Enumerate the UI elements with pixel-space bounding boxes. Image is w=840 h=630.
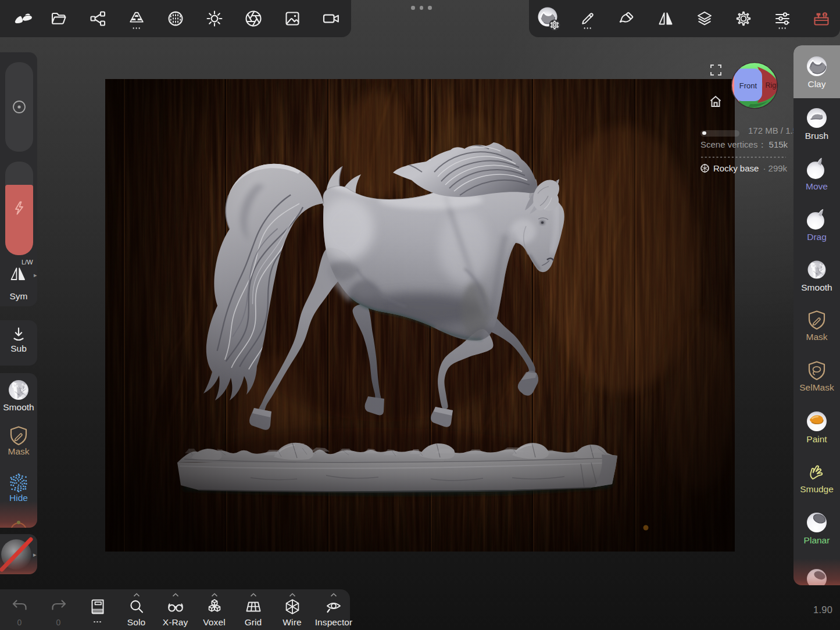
- more-dots: [584, 27, 591, 29]
- grid-button[interactable]: Grid: [234, 589, 273, 630]
- smooth-icon: [805, 258, 828, 281]
- tool-gizmo-partial[interactable]: [8, 520, 29, 528]
- turntable-button[interactable]: [312, 0, 351, 37]
- debug-tools-button[interactable]: [802, 0, 840, 37]
- sub-button[interactable]: Sub: [0, 326, 37, 361]
- brush-icon: [805, 106, 828, 130]
- layers-blocks-button[interactable]: [117, 0, 156, 37]
- clay-icon: [805, 55, 828, 78]
- window-drag-handle[interactable]: [411, 6, 432, 10]
- home-button[interactable]: [709, 95, 722, 108]
- tool-paint[interactable]: Paint: [793, 402, 840, 452]
- eye-magnifier-icon: [325, 598, 342, 615]
- tool-selmask[interactable]: SelMask: [793, 351, 840, 402]
- undo-icon: [11, 599, 28, 614]
- tool-brush[interactable]: Brush: [793, 98, 840, 149]
- scene-graph-button[interactable]: [78, 0, 117, 37]
- sym-label: Sym: [0, 291, 37, 302]
- aperture-icon: [245, 10, 262, 27]
- memory-text: 172 MB / 1.5: [748, 126, 796, 135]
- tool-smudge[interactable]: Smudge: [793, 452, 840, 503]
- smudge-label: Smudge: [800, 484, 834, 495]
- solo-button[interactable]: Solo: [117, 589, 156, 630]
- object-row[interactable]: Rocky base · 299k: [700, 163, 799, 173]
- viewport-canvas[interactable]: [105, 79, 735, 552]
- node-graph-icon: [89, 10, 106, 27]
- tool-planar[interactable]: Planar: [793, 503, 840, 553]
- orientation-gizmo[interactable]: Front Right: [731, 62, 778, 109]
- postprocess-button[interactable]: [234, 0, 273, 37]
- toolbar-bottom: 0 0 Solo: [0, 589, 350, 630]
- strength-slider[interactable]: [5, 162, 33, 255]
- tool-hide-left[interactable]: Hide: [0, 473, 37, 503]
- smooth-label: Smooth: [801, 282, 832, 293]
- tool-smooth[interactable]: Smooth: [793, 250, 840, 300]
- fullscreen-button[interactable]: [710, 65, 721, 76]
- flatten-icon: [805, 567, 828, 586]
- background-image-button[interactable]: [273, 0, 312, 37]
- brush-label: Brush: [805, 131, 829, 141]
- voxel-cubes-icon: [206, 598, 223, 615]
- tool-drag[interactable]: Drag: [793, 199, 840, 250]
- tool-flatten-partial[interactable]: [793, 553, 840, 585]
- history-button[interactable]: [78, 589, 117, 630]
- inspector-button[interactable]: Inspector: [312, 589, 356, 630]
- home-icon: [709, 95, 722, 108]
- drag-label: Drag: [807, 232, 827, 242]
- gizmo-right-label[interactable]: Right: [765, 81, 778, 90]
- voxel-button[interactable]: Voxel: [195, 589, 234, 630]
- undo-button[interactable]: 0: [0, 589, 39, 630]
- memory-progress-knob: [702, 131, 706, 135]
- interface-button[interactable]: [763, 0, 802, 37]
- sliders-icon: [774, 10, 791, 27]
- strength-fill: [5, 185, 33, 255]
- wire-button[interactable]: Wire: [273, 589, 312, 630]
- selmask-label: SelMask: [799, 382, 834, 393]
- wireframe-icon: [284, 598, 301, 615]
- toolbar-top-left: [0, 0, 351, 37]
- tool-move[interactable]: Move: [793, 149, 840, 199]
- layers-button[interactable]: [685, 0, 724, 37]
- radius-slider[interactable]: [5, 62, 33, 152]
- nomad-menu-button[interactable]: [7, 0, 39, 37]
- drag-icon: [805, 207, 828, 231]
- caret-up-icon: [133, 593, 140, 597]
- move-icon: [805, 157, 828, 180]
- symmetry-button[interactable]: [646, 0, 685, 37]
- topology-button[interactable]: [156, 0, 195, 37]
- lighting-button[interactable]: [195, 0, 234, 37]
- right-panel-tools: Clay Brush Move Drag Smooth: [793, 45, 840, 585]
- nomad-logo-icon: [13, 12, 33, 26]
- settings-button[interactable]: [724, 0, 763, 37]
- more-dots: [94, 621, 101, 622]
- mask-label: Mask: [806, 332, 827, 342]
- hide-label: Hide: [0, 493, 37, 503]
- stats-divider: [700, 156, 787, 158]
- voxel-label: Voxel: [203, 617, 225, 628]
- painting-button[interactable]: [607, 0, 646, 37]
- paintbrush-icon: [618, 10, 635, 27]
- material-button[interactable]: [529, 0, 568, 37]
- xray-button[interactable]: X-Ray: [156, 589, 195, 630]
- material-expand-arrow[interactable]: ▸: [33, 551, 37, 559]
- tool-mask[interactable]: Mask: [793, 300, 840, 351]
- symmetry-toggle[interactable]: L/W ▸ Sym: [0, 259, 37, 306]
- gizmo-front-label[interactable]: Front: [739, 81, 757, 90]
- files-button[interactable]: [39, 0, 78, 37]
- redo-button[interactable]: 0: [39, 589, 78, 630]
- paint-icon: [805, 410, 828, 433]
- sym-expand-arrow[interactable]: ▸: [34, 271, 37, 279]
- left-panel-material-toggle: ▸: [0, 534, 37, 574]
- stroke-settings-button[interactable]: [568, 0, 607, 37]
- tool-mask-left[interactable]: Mask: [0, 425, 37, 457]
- stylus-icon: [579, 10, 596, 27]
- tool-smooth-left[interactable]: Smooth: [0, 378, 37, 413]
- solo-label: Solo: [127, 617, 145, 628]
- no-material-button[interactable]: ▸: [0, 534, 37, 574]
- sun-icon: [206, 10, 223, 27]
- smudge-hand-icon: [806, 461, 828, 483]
- scene-stats: 172 MB / 1.5 Scene vertices： 515k Rocky …: [700, 127, 799, 173]
- tool-clay[interactable]: Clay: [793, 45, 840, 98]
- memory-progressbar: [700, 130, 739, 137]
- caret-up-icon: [330, 593, 337, 597]
